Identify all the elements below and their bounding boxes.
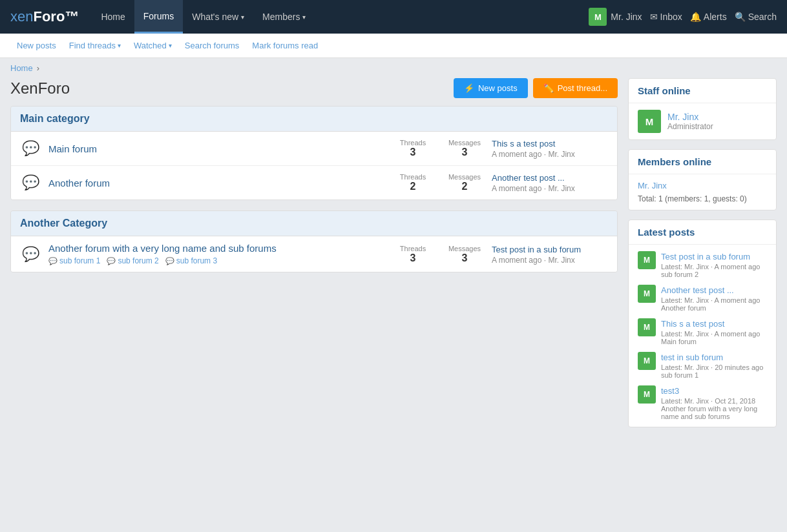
lp-title-4[interactable]: test3 — [661, 386, 679, 396]
forum-icon: 💬 — [20, 140, 41, 157]
threads-stat-2: Threads 2 — [394, 173, 432, 192]
forum-stats-another: Threads 2 Messages 2 — [394, 173, 484, 192]
search-icon: 🔍 — [735, 12, 746, 22]
lp-avatar-3: M — [638, 352, 656, 370]
breadcrumb-home[interactable]: Home — [10, 63, 33, 73]
lp-info-4: test3 Latest: Mr. Jinx · Oct 21, 2018 An… — [661, 385, 767, 420]
latest-post-meta: A moment ago · Mr. Jinx — [492, 150, 608, 159]
messages-label-2: Messages — [445, 173, 484, 181]
logo: xenForo™ — [10, 8, 79, 25]
threads-value-3: 3 — [394, 252, 432, 264]
latest-post-title-2[interactable]: Another test post ... — [492, 173, 565, 183]
latest-post-item-2: M This s a test post Latest: Mr. Jinx · … — [638, 318, 767, 345]
watched-arrow: ▾ — [169, 42, 172, 49]
lp-avatar-2: M — [638, 318, 656, 336]
latest-post-title-3[interactable]: Test post in a sub forum — [492, 245, 581, 254]
inbox-button[interactable]: ✉ Inbox — [650, 12, 682, 22]
members-arrow: ▾ — [302, 14, 306, 21]
forum-name-main[interactable]: Main forum — [48, 143, 97, 154]
category-another-header: Another Category — [11, 211, 617, 236]
threads-value-2: 2 — [394, 181, 432, 192]
staff-online-header: Staff online — [629, 79, 776, 103]
lp-info-2: This s a test post Latest: Mr. Jinx · A … — [661, 318, 760, 345]
lp-meta-1: Latest: Mr. Jinx · A moment ago Another … — [661, 296, 760, 312]
breadcrumb: Home › — [0, 58, 787, 78]
user-name: Mr. Jinx — [611, 12, 642, 22]
sub-forum-2[interactable]: sub forum 2 — [107, 256, 158, 265]
staff-info: Mr. Jinx Administrator — [667, 112, 713, 131]
staff-online-body: M Mr. Jinx Administrator — [629, 103, 776, 139]
forum-name-another[interactable]: Another forum — [48, 178, 110, 189]
forum-stats-main: Threads 3 Messages 3 — [394, 139, 484, 158]
threads-stat-3: Threads 3 — [394, 245, 432, 264]
post-thread-button[interactable]: ✏️ Post thread... — [533, 78, 618, 98]
subnav-mark-read[interactable]: Mark forums read — [246, 34, 324, 58]
subnav-new-posts[interactable]: New posts — [10, 34, 63, 58]
nav-user[interactable]: M Mr. Jinx — [589, 8, 642, 26]
latest-posts-header: Latest posts — [629, 220, 776, 245]
staff-online-card: Staff online M Mr. Jinx Administrator — [628, 78, 777, 140]
lp-title-1[interactable]: Another test post ... — [661, 285, 734, 295]
lp-title-2[interactable]: This s a test post — [661, 319, 724, 329]
main-layout: XenForo ⚡ New posts ✏️ Post thread... Ma… — [0, 78, 787, 447]
nav-members[interactable]: Members▾ — [253, 0, 315, 34]
new-posts-button[interactable]: ⚡ New posts — [454, 78, 528, 98]
inbox-label: Inbox — [660, 12, 682, 22]
latest-posts-card: Latest posts M Test post in a sub forum … — [628, 220, 777, 427]
post-thread-label: Post thread... — [558, 83, 607, 93]
breadcrumb-separator: › — [37, 63, 39, 73]
search-button[interactable]: 🔍 Search — [735, 12, 777, 22]
threads-label-3: Threads — [394, 245, 432, 252]
lp-avatar-4: M — [638, 385, 656, 404]
threads-stat: Threads 3 — [394, 139, 432, 158]
lp-title-3[interactable]: test in sub forum — [661, 353, 723, 362]
forum-latest-another: Another test post ... A moment ago · Mr.… — [492, 172, 608, 193]
sub-forum-1[interactable]: sub forum 1 — [48, 256, 100, 265]
latest-posts-body: M Test post in a sub forum Latest: Mr. J… — [629, 245, 776, 427]
latest-post-title[interactable]: This s a test post — [492, 139, 555, 148]
messages-label-3: Messages — [445, 245, 484, 252]
nav-home[interactable]: Home — [92, 0, 134, 34]
members-online-header: Members online — [629, 150, 776, 174]
sub-forums: sub forum 1 sub forum 2 sub forum 3 — [48, 256, 386, 265]
subnav-find-threads[interactable]: Find threads▾ — [63, 34, 127, 58]
latest-post-meta-3: A moment ago · Mr. Jinx — [492, 256, 608, 265]
subnav-search-forums[interactable]: Search forums — [178, 34, 246, 58]
staff-user: M Mr. Jinx Administrator — [638, 110, 767, 133]
nav-whats-new[interactable]: What's new▾ — [183, 0, 253, 34]
bell-icon: 🔔 — [690, 12, 701, 22]
lp-info-0: Test post in a sub forum Latest: Mr. Jin… — [661, 251, 760, 278]
lp-meta-2: Latest: Mr. Jinx · A moment ago Main for… — [661, 330, 760, 345]
find-threads-arrow: ▾ — [118, 42, 121, 49]
forum-latest-long: Test post in a sub forum A moment ago · … — [492, 244, 608, 265]
lightning-icon: ⚡ — [464, 83, 474, 93]
sub-forum-3[interactable]: sub forum 3 — [165, 256, 217, 265]
nav-forums[interactable]: Forums — [134, 0, 183, 34]
lp-title-0[interactable]: Test post in a sub forum — [661, 252, 750, 261]
lp-avatar-0: M — [638, 251, 656, 269]
content-area: XenForo ⚡ New posts ✏️ Post thread... Ma… — [10, 78, 618, 436]
forum-icon-3: 💬 — [20, 246, 41, 263]
staff-role: Administrator — [667, 122, 713, 131]
forum-stats-long: Threads 3 Messages 3 — [394, 245, 484, 264]
alerts-button[interactable]: 🔔 Alerts — [690, 12, 727, 22]
messages-value-2: 2 — [445, 181, 484, 192]
lp-meta-3: Latest: Mr. Jinx · 20 minutes ago sub fo… — [661, 363, 763, 379]
lp-meta-4: Latest: Mr. Jinx · Oct 21, 2018 Another … — [661, 397, 767, 420]
latest-post-meta-2: A moment ago · Mr. Jinx — [492, 184, 608, 193]
forum-name-long[interactable]: Another forum with a very long name and … — [48, 243, 277, 254]
subnav-watched[interactable]: Watched▾ — [127, 34, 178, 58]
whats-new-arrow: ▾ — [241, 14, 244, 21]
lp-info-3: test in sub forum Latest: Mr. Jinx · 20 … — [661, 352, 763, 379]
edit-icon: ✏️ — [543, 83, 554, 93]
logo-xen: xen — [10, 8, 33, 25]
forum-info-2: Another forum — [48, 178, 386, 189]
member-link-0[interactable]: Mr. Jinx — [638, 181, 767, 190]
forum-info-3: Another forum with a very long name and … — [48, 243, 386, 265]
lp-meta-0: Latest: Mr. Jinx · A moment ago sub foru… — [661, 263, 760, 278]
category-main: Main category 💬 Main forum Threads 3 Mes… — [10, 106, 618, 200]
messages-stat-2: Messages 2 — [445, 173, 484, 192]
nav-links: Home Forums What's new▾ Members▾ — [92, 0, 589, 34]
category-another: Another Category 💬 Another forum with a … — [10, 210, 618, 272]
staff-name[interactable]: Mr. Jinx — [667, 112, 713, 122]
